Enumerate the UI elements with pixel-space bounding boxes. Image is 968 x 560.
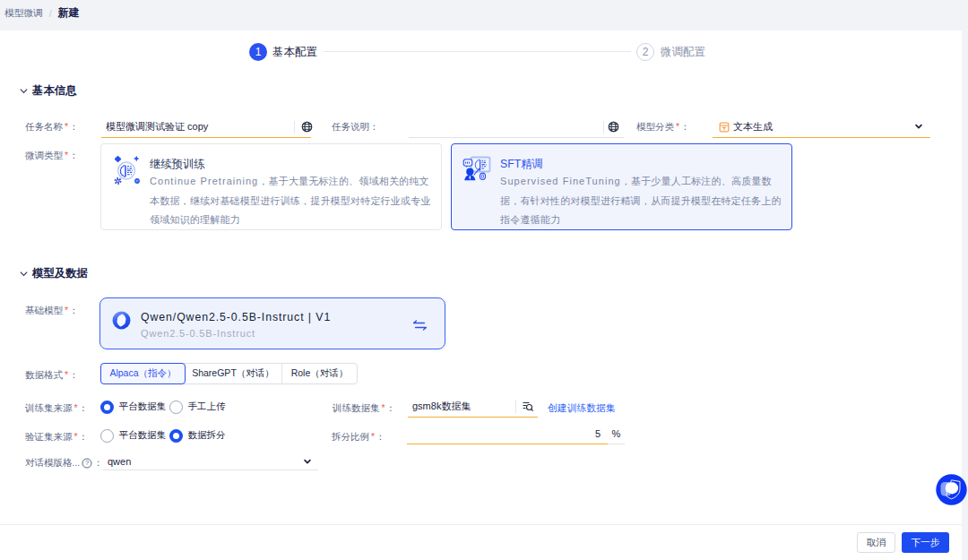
svg-text:?: ? <box>85 459 89 467</box>
